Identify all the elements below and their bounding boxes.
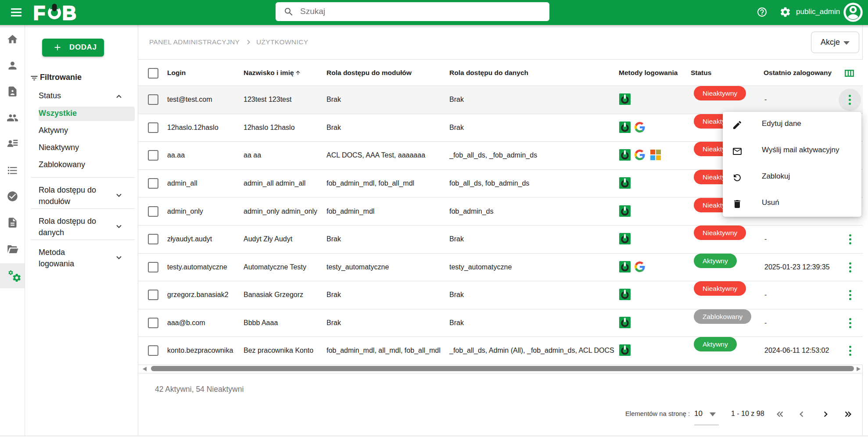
svg-text:F: F (33, 3, 45, 22)
svg-text:B: B (62, 3, 76, 22)
